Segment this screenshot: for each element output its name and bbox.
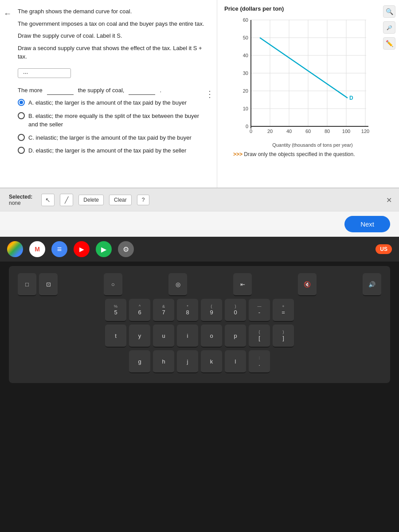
option-b[interactable]: B. elastic; the more equally is the spli… <box>18 112 208 129</box>
help-button[interactable]: ? <box>137 195 150 205</box>
toolbar: Selected: none ↖ ╱ Delete Clear ? ✕ <box>0 188 399 211</box>
svg-text:D: D <box>349 95 353 101</box>
graph-svg: 0 10 20 30 40 50 60 0 20 40 60 80 100 12… <box>238 16 371 140</box>
keyboard-number-row: % 5 ^ 6 & 7 * 8 ( 9 ) 0 <box>18 299 381 322</box>
blank-1 <box>47 86 74 95</box>
left-panel: ← The graph shows the demand curve for c… <box>0 0 217 188</box>
keyboard-row-g: g h j k l : . <box>18 350 381 373</box>
option-d-label: D. elastic; the larger is the amount of … <box>28 146 186 155</box>
taskbar-right: US <box>376 244 392 254</box>
key-equal[interactable]: + = <box>273 299 294 322</box>
svg-text:40: 40 <box>286 129 292 134</box>
graph-x-label: Quantity (thousands of tons per year) <box>233 142 392 148</box>
svg-text:120: 120 <box>361 129 369 134</box>
next-button[interactable]: Next <box>344 216 390 232</box>
next-button-area: Next <box>0 211 399 237</box>
fill-blank-middle: the supply of coal, <box>78 86 125 95</box>
instruction-2: The government imposes a tax on coal and… <box>18 20 208 28</box>
key-p[interactable]: p <box>225 325 246 348</box>
right-panel: 🔍 🔎 ✏️ Price (dollars per ton) <box>217 0 399 188</box>
key-8[interactable]: * 8 <box>177 299 198 322</box>
graph-area[interactable]: 0 10 20 30 40 50 60 0 20 40 60 80 100 12… <box>238 16 392 141</box>
instruction-4: Draw a second supply curve that shows th… <box>18 44 208 61</box>
instruction-3: Draw the supply curve of coal. Label it … <box>18 31 208 40</box>
taskbar-play-icon[interactable]: ▶ <box>96 241 112 257</box>
key-k[interactable]: k <box>201 350 222 373</box>
draw-note: >>> Draw only the objects specified in t… <box>233 151 392 157</box>
key-y[interactable]: y <box>129 325 150 348</box>
instruction-1: The graph shows the demand curve for coa… <box>18 7 208 16</box>
more-menu-icon[interactable]: ⋮ <box>205 87 214 101</box>
option-c[interactable]: C. inelastic; the larger is the amount o… <box>18 133 208 142</box>
keyboard-area: □ ⊡ ○ ◎ ⇤ 🔇 🔊 <box>0 262 399 507</box>
key-j[interactable]: j <box>177 350 198 373</box>
key-t[interactable]: t <box>105 325 126 348</box>
key-close-paren[interactable]: ) ] <box>273 325 294 348</box>
key-fn-circle[interactable]: ○ <box>104 273 122 296</box>
radio-a[interactable] <box>18 99 25 106</box>
svg-line-30 <box>260 38 348 98</box>
svg-text:0: 0 <box>250 129 252 134</box>
svg-text:60: 60 <box>243 17 248 23</box>
key-fn-prev[interactable]: ⇤ <box>233 273 252 296</box>
graph-title: Price (dollars per ton) <box>224 5 392 12</box>
key-open-brace[interactable]: { [ <box>249 325 270 348</box>
svg-text:80: 80 <box>325 129 330 134</box>
clear-button[interactable]: Clear <box>109 195 132 205</box>
arrow-tool-button[interactable]: ↖ <box>41 194 55 206</box>
fill-blank-prefix: The more <box>18 86 43 95</box>
delete-button[interactable]: Delete <box>78 195 104 205</box>
key-7[interactable]: & 7 <box>153 299 174 322</box>
key-minus[interactable]: — - <box>249 299 270 322</box>
blank-2 <box>129 86 155 95</box>
taskbar-menu-icon[interactable]: ≡ <box>51 241 67 257</box>
question-text: The graph shows the demand curve for coa… <box>18 7 208 155</box>
svg-text:30: 30 <box>243 70 248 76</box>
key-colon[interactable]: : . <box>249 350 270 373</box>
option-b-label: B. elastic; the more equally is the spli… <box>28 112 208 129</box>
fill-blank-input[interactable] <box>18 68 71 78</box>
option-a[interactable]: A. elastic; the larger is the amount of … <box>18 98 208 107</box>
back-button[interactable]: ← <box>4 8 12 20</box>
option-a-label: A. elastic; the larger is the amount of … <box>28 98 187 107</box>
key-0[interactable]: ) 0 <box>225 299 246 322</box>
key-i[interactable]: i <box>177 325 198 348</box>
option-c-label: C. inelastic; the larger is the amount o… <box>28 133 192 142</box>
svg-text:60: 60 <box>305 129 311 134</box>
taskbar-chrome-icon[interactable] <box>7 241 23 257</box>
taskbar-gmail-icon[interactable]: M <box>29 241 45 257</box>
taskbar-gear-icon[interactable]: ⚙ <box>118 241 134 257</box>
svg-text:20: 20 <box>267 129 273 134</box>
radio-d[interactable] <box>18 147 25 154</box>
key-u[interactable]: u <box>153 325 174 348</box>
keyboard-row-t: t y u i o p { [ ) ] <box>18 325 381 348</box>
svg-text:0: 0 <box>246 124 248 129</box>
key-o[interactable]: o <box>201 325 222 348</box>
key-5[interactable]: % 5 <box>105 299 126 322</box>
key-l[interactable]: l <box>225 350 246 373</box>
taskbar: M ≡ ▶ ▶ ⚙ US <box>0 237 399 262</box>
close-button[interactable]: ✕ <box>386 196 392 204</box>
svg-text:40: 40 <box>243 53 248 58</box>
key-h[interactable]: h <box>153 350 174 373</box>
key-6[interactable]: ^ 6 <box>129 299 150 322</box>
draw-tool-button[interactable]: ╱ <box>60 194 73 206</box>
key-fn-mute[interactable]: 🔇 <box>298 273 317 296</box>
radio-c[interactable] <box>18 134 25 141</box>
key-fn-volup[interactable]: 🔊 <box>363 273 381 296</box>
key-9[interactable]: ( 9 <box>201 299 222 322</box>
keyboard: □ ⊡ ○ ◎ ⇤ 🔇 🔊 <box>9 266 390 383</box>
radio-b[interactable] <box>18 112 25 119</box>
key-fn-windows[interactable]: ⊡ <box>39 273 58 296</box>
options-list: A. elastic; the larger is the amount of … <box>18 98 208 155</box>
svg-text:100: 100 <box>342 129 350 134</box>
svg-text:50: 50 <box>243 35 248 40</box>
locale-badge[interactable]: US <box>376 244 392 254</box>
key-g[interactable]: g <box>129 350 150 373</box>
taskbar-youtube-icon[interactable]: ▶ <box>74 241 90 257</box>
keyboard-top-row: □ ⊡ ○ ◎ ⇤ 🔇 🔊 <box>18 273 381 296</box>
key-fn-back[interactable]: □ <box>18 273 36 296</box>
option-d[interactable]: D. elastic; the larger is the amount of … <box>18 146 208 155</box>
selected-value: none <box>9 200 32 206</box>
key-fn-brightness[interactable]: ◎ <box>168 273 187 296</box>
